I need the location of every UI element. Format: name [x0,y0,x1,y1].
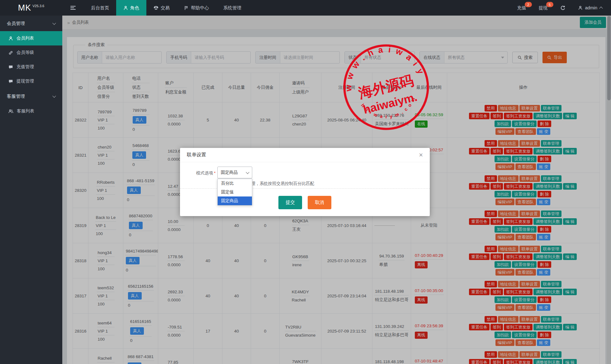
withdraw-badge: 5 [546,2,553,7]
comment-icon [8,65,13,69]
sidebar-group-header[interactable]: 客服管理 [0,88,62,104]
mode-option-label: 模式选项* [196,170,216,176]
modal-header: 联单设置 × [180,148,430,162]
username-label: admin [585,5,598,10]
chevron-down-icon [246,170,249,174]
sidebar-item-label: 会员等级 [17,50,34,55]
logo-text: MK [18,3,31,13]
sidebar-item[interactable]: 会员等级 [0,45,62,60]
nav-item-label: 帮助中心 [191,5,209,11]
recharge-link[interactable]: 充值 2 [511,0,533,16]
chain-order-settings-modal: 联单设置 × 模式选项* 固定商品 联单管理，系统按照交易控制百分比匹配 百分比… [180,148,430,216]
sidebar: 会员管理会员列表会员等级充值管理提现管理客服管理客服列表 [0,16,62,364]
recharge-badge: 2 [525,2,532,7]
person-icon [8,36,13,41]
modal-title: 联单设置 [187,152,206,158]
mode-option[interactable]: 固定商品 [218,196,252,205]
refresh-button[interactable] [554,0,572,16]
nav-item[interactable]: 角色 [116,0,146,16]
sidebar-group-label: 客服管理 [7,93,25,99]
sidebar-item-label: 提现管理 [17,78,34,84]
refresh-icon [560,5,566,11]
nav-item-label: 后台首页 [91,5,109,11]
sidebar-group-header[interactable]: 会员管理 [0,16,62,31]
user-menu[interactable]: admin [572,0,611,16]
cancel-button[interactable]: 取消 [308,196,331,209]
sidebar-item[interactable]: 充值管理 [0,60,62,74]
nav-item[interactable]: 后台首页 [84,0,116,16]
nav-menu: 后台首页角色交易帮助中心系统管理 [84,0,249,16]
submit-button[interactable]: 提交 [278,196,302,209]
nav-item[interactable]: 交易 [146,0,177,16]
sidebar-item[interactable]: 客服列表 [0,104,62,118]
chevron-down-icon [52,94,56,97]
chevron-up-icon [599,7,603,10]
sidebar-item[interactable]: 提现管理 [0,74,62,88]
hamburger-icon[interactable] [62,0,84,16]
mode-select-value: 固定商品 [221,170,238,175]
person-icon [123,6,128,10]
version-label: V25.3.6 [32,4,44,8]
nav-item-label: 系统管理 [223,5,241,11]
users-icon [8,109,13,114]
comment-icon [8,79,13,84]
flag-icon [184,6,189,10]
sidebar-item-label: 充值管理 [17,64,34,70]
top-navbar: MK V25.3.6 后台首页角色交易帮助中心系统管理 充值 2 提现 5 [0,0,611,16]
sidebar-group-label: 会员管理 [7,21,25,26]
link-icon [8,50,13,55]
navbar-right: 充值 2 提现 5 admin [511,0,611,16]
user-icon [578,6,583,10]
nav-item-label: 角色 [130,5,139,11]
mode-option[interactable]: 百分比 [218,179,252,188]
sidebar-item-label: 会员列表 [17,35,34,41]
mode-option[interactable]: 固定值 [218,188,252,196]
app-logo: MK V25.3.6 [0,0,62,16]
withdraw-link[interactable]: 提现 5 [533,0,554,16]
nav-item[interactable]: 帮助中心 [177,0,216,16]
sidebar-item-label: 客服列表 [17,108,34,114]
mode-select[interactable]: 固定商品 [217,167,252,178]
mode-dropdown: 百分比固定值固定商品 [217,179,252,206]
close-icon[interactable]: × [419,152,423,158]
sidebar-item[interactable]: 会员列表 [0,31,62,45]
scales-icon [154,5,159,10]
chevron-down-icon [52,21,56,25]
nav-item[interactable]: 系统管理 [216,0,249,16]
page: { "app": {"logo": "MK", "version": "V25.… [0,0,611,364]
nav-item-label: 交易 [161,5,170,11]
